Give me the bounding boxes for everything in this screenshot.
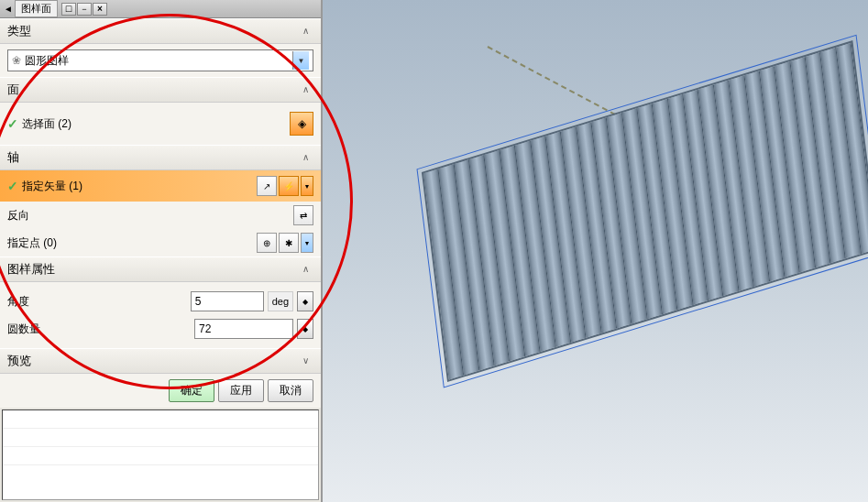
list-row[interactable] <box>3 429 318 447</box>
section-type-header[interactable]: 类型 ∧ <box>0 18 321 44</box>
list-area <box>2 409 319 500</box>
dropdown-arrow-icon: ▼ <box>304 183 311 190</box>
vector-dropdown[interactable]: ▼ <box>301 176 313 196</box>
checkmark-icon: ✓ <box>7 179 18 193</box>
reverse-button[interactable]: ⇄ <box>293 205 313 225</box>
dropdown-arrow-icon: ▼ <box>304 240 311 246</box>
face-select-button[interactable]: ◈ <box>290 112 313 136</box>
section-pattern-props-label: 图样属性 <box>7 261 55 278</box>
lightning-icon: ⚡ <box>283 181 294 191</box>
3d-viewport[interactable] <box>323 0 868 502</box>
angle-input[interactable] <box>191 291 264 311</box>
select-face-label[interactable]: 选择面 (2) <box>22 116 286 132</box>
count-spin[interactable]: ◆ <box>297 319 313 339</box>
apply-button[interactable]: 应用 <box>218 379 264 402</box>
chevron-up-icon: ∧ <box>302 152 313 163</box>
windows-button[interactable]: ☐ <box>61 3 76 16</box>
spin-icon: ◆ <box>302 325 308 333</box>
section-face-content: ✓ 选择面 (2) ◈ <box>0 103 321 145</box>
dropdown-arrow-icon: ▼ <box>292 51 309 70</box>
point-tool-1[interactable]: ⊕ <box>257 233 277 253</box>
gear-teeth <box>423 43 868 380</box>
checkmark-icon: ✓ <box>7 116 18 131</box>
spark-icon: ✱ <box>285 238 292 248</box>
angle-spin[interactable]: ◆ <box>297 291 313 311</box>
vector-tool-1[interactable]: ↗ <box>257 176 277 196</box>
pattern-type-dropdown[interactable]: ❀ 圆形图样 ▼ <box>7 49 313 71</box>
chevron-down-icon: ∨ <box>302 355 313 366</box>
chevron-up-icon: ∧ <box>302 84 313 95</box>
cancel-button[interactable]: 取消 <box>268 379 313 402</box>
point-icon: ⊕ <box>263 238 270 248</box>
section-type-content: ❀ 圆形图样 ▼ <box>0 44 321 77</box>
section-face-header[interactable]: 面 ∧ <box>0 77 321 103</box>
specify-point-label[interactable]: 指定点 (0) <box>7 235 253 251</box>
minimize-button[interactable]: − <box>77 3 92 16</box>
specify-vector-label[interactable]: 指定矢量 (1) <box>22 179 253 194</box>
dropdown-text: 圆形图样 <box>25 53 292 69</box>
section-preview-label: 预览 <box>7 353 31 369</box>
flower-icon: ❀ <box>12 54 21 67</box>
vector-tool-2[interactable]: ⚡ <box>279 176 299 196</box>
panel-titlebar: ◄ 图样面 ☐ − × <box>0 0 321 18</box>
ok-button[interactable]: 确定 <box>169 379 214 402</box>
swap-icon: ⇄ <box>300 211 307 221</box>
section-axis-label: 轴 <box>7 149 19 166</box>
list-row[interactable] <box>3 447 318 465</box>
close-button[interactable]: × <box>93 3 107 16</box>
gear-model <box>365 27 868 467</box>
section-pattern-props-content: 角度 deg ◆ 圆数量 ◆ <box>0 282 321 348</box>
section-face-label: 面 <box>7 82 19 98</box>
titlebar-tab[interactable]: 图样面 <box>15 0 58 17</box>
section-preview-header[interactable]: 预览 ∨ <box>0 348 321 374</box>
count-input[interactable] <box>194 319 293 339</box>
point-tool-2[interactable]: ✱ <box>279 233 299 253</box>
axis-icon: ↗ <box>263 181 270 191</box>
angle-label: 角度 <box>7 294 187 310</box>
list-row[interactable] <box>3 410 318 429</box>
section-type-label: 类型 <box>7 23 31 39</box>
properties-panel: ◄ 图样面 ☐ − × 类型 ∧ ❀ 圆形图样 ▼ 面 ∧ <box>0 0 323 502</box>
button-bar: 确定 应用 取消 <box>0 374 321 408</box>
chevron-up-icon: ∧ <box>302 26 313 37</box>
section-pattern-props-header[interactable]: 图样属性 ∧ <box>0 256 321 282</box>
spin-icon: ◆ <box>302 298 308 306</box>
chevron-up-icon: ∧ <box>302 264 313 275</box>
point-dropdown[interactable]: ▼ <box>301 233 313 253</box>
tab-label: 图样面 <box>21 2 51 16</box>
gear-body <box>422 40 868 382</box>
count-label: 圆数量 <box>7 322 191 337</box>
cube-icon: ◈ <box>298 117 306 130</box>
section-axis-content: ✓ 指定矢量 (1) ↗ ⚡ ▼ 反向 ⇄ 指定点 (0) ⊕ ✱ ▼ <box>0 170 321 256</box>
reverse-label[interactable]: 反向 <box>7 208 290 224</box>
section-axis-header[interactable]: 轴 ∧ <box>0 145 321 170</box>
angle-unit: deg <box>268 291 293 311</box>
nav-back-icon[interactable]: ◄ <box>4 4 13 14</box>
